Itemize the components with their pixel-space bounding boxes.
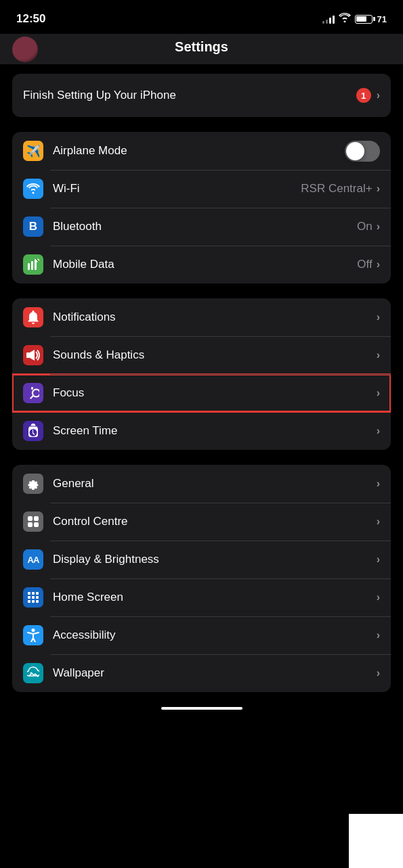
avatar — [12, 37, 38, 62]
settings-content: Finish Setting Up Your iPhone 1 › ✈️ Air… — [0, 64, 403, 692]
wifi-row[interactable]: Wi-Fi RSR Central+ › — [12, 170, 391, 208]
svg-rect-7 — [34, 516, 39, 521]
wifi-icon — [339, 13, 351, 25]
sounds-haptics-label: Sounds & Haptics — [53, 348, 377, 362]
display-brightness-label: Display & Brightness — [53, 553, 377, 566]
svg-rect-13 — [28, 596, 30, 599]
focus-icon — [23, 383, 43, 403]
bluetooth-chevron: › — [377, 221, 380, 233]
focus-chevron: › — [377, 387, 380, 399]
notifications-icon — [23, 307, 43, 327]
svg-marker-5 — [30, 350, 35, 361]
finish-setup-badge: 1 — [356, 88, 371, 103]
screenshot-artifact — [349, 814, 403, 868]
toggle-thumb — [346, 142, 364, 160]
bluetooth-row[interactable]: B Bluetooth On › — [12, 208, 391, 246]
svg-rect-9 — [34, 522, 39, 527]
page-title: Settings — [0, 39, 403, 55]
wallpaper-chevron: › — [377, 667, 380, 679]
bluetooth-label: Bluetooth — [53, 220, 357, 233]
battery-level: 71 — [377, 14, 387, 24]
accessibility-label: Accessibility — [53, 629, 377, 642]
wifi-row-icon — [23, 179, 43, 199]
battery-fill — [356, 16, 366, 22]
home-screen-chevron: › — [377, 591, 380, 603]
finish-setup-label: Finish Setting Up Your iPhone — [23, 89, 356, 102]
scroll-indicator-container — [0, 707, 403, 719]
airplane-mode-toggle[interactable] — [345, 141, 380, 162]
svg-rect-14 — [32, 596, 35, 599]
svg-rect-10 — [28, 592, 30, 595]
finish-setup-chevron: › — [377, 89, 380, 101]
accessibility-row[interactable]: Accessibility › — [12, 616, 391, 654]
mobile-data-row[interactable]: Mobile Data Off › — [12, 246, 391, 283]
bluetooth-value: On — [357, 220, 373, 233]
wifi-chevron: › — [377, 183, 380, 195]
svg-rect-16 — [28, 600, 30, 603]
general-label: General — [53, 477, 377, 490]
svg-rect-1 — [31, 261, 33, 270]
battery-box — [355, 15, 373, 24]
svg-rect-8 — [28, 522, 33, 527]
battery-icon: 71 — [355, 14, 387, 24]
screen-time-label: Screen Time — [53, 424, 377, 438]
wallpaper-icon — [23, 663, 43, 683]
section-notifications: Notifications › Sounds & Haptics › — [12, 298, 391, 450]
section-display: General › Control Centre › AA Display & … — [12, 465, 391, 692]
control-centre-label: Control Centre — [53, 515, 377, 528]
svg-rect-6 — [28, 516, 33, 521]
general-chevron: › — [377, 478, 380, 490]
status-bar: 12:50 71 — [0, 0, 403, 34]
svg-rect-0 — [28, 263, 30, 270]
section-connectivity: ✈️ Airplane Mode Wi-Fi RSR Central+ › B … — [12, 132, 391, 283]
status-time: 12:50 — [16, 12, 45, 26]
status-icons: 71 — [322, 13, 387, 25]
finish-setup-row[interactable]: Finish Setting Up Your iPhone 1 › — [12, 74, 391, 117]
notifications-row[interactable]: Notifications › — [12, 298, 391, 336]
wifi-label: Wi-Fi — [53, 182, 301, 196]
mobile-data-chevron: › — [377, 258, 380, 271]
general-row[interactable]: General › — [12, 465, 391, 503]
sounds-icon — [23, 345, 43, 365]
mobile-data-label: Mobile Data — [53, 258, 357, 271]
bluetooth-icon: B — [23, 216, 43, 237]
airplane-mode-label: Airplane Mode — [53, 144, 345, 158]
control-centre-chevron: › — [377, 516, 380, 528]
svg-rect-18 — [36, 600, 39, 603]
home-screen-icon — [23, 587, 43, 608]
wallpaper-row[interactable]: Wallpaper › — [12, 654, 391, 692]
screen-time-chevron: › — [377, 425, 380, 437]
sounds-haptics-row[interactable]: Sounds & Haptics › — [12, 336, 391, 374]
svg-rect-17 — [32, 600, 35, 603]
wallpaper-label: Wallpaper — [53, 666, 377, 680]
display-brightness-chevron: › — [377, 553, 380, 566]
screen-time-row[interactable]: Screen Time › — [12, 412, 391, 450]
notifications-label: Notifications — [53, 311, 377, 324]
home-screen-row[interactable]: Home Screen › — [12, 578, 391, 616]
airplane-mode-icon: ✈️ — [23, 141, 43, 161]
focus-row[interactable]: Focus › — [12, 374, 391, 412]
svg-rect-15 — [36, 596, 39, 599]
section-setup: Finish Setting Up Your iPhone 1 › — [12, 74, 391, 117]
home-indicator — [161, 707, 242, 710]
svg-rect-11 — [32, 592, 35, 595]
mobile-data-icon — [23, 254, 43, 275]
svg-rect-4 — [26, 352, 30, 358]
signal-icon — [322, 14, 335, 24]
control-centre-icon — [23, 511, 43, 532]
display-brightness-row[interactable]: AA Display & Brightness › — [12, 541, 391, 578]
general-icon — [23, 474, 43, 494]
wifi-value: RSR Central+ — [301, 182, 372, 196]
accessibility-chevron: › — [377, 629, 380, 641]
svg-rect-12 — [36, 592, 39, 595]
display-brightness-icon: AA — [23, 549, 43, 570]
notifications-chevron: › — [377, 311, 380, 323]
svg-point-19 — [32, 629, 35, 632]
screen-time-icon — [23, 421, 43, 441]
accessibility-icon — [23, 625, 43, 645]
home-screen-label: Home Screen — [53, 591, 377, 604]
mobile-data-value: Off — [357, 258, 372, 271]
control-centre-row[interactable]: Control Centre › — [12, 503, 391, 541]
page-header: Settings — [0, 34, 403, 64]
airplane-mode-row[interactable]: ✈️ Airplane Mode — [12, 132, 391, 170]
